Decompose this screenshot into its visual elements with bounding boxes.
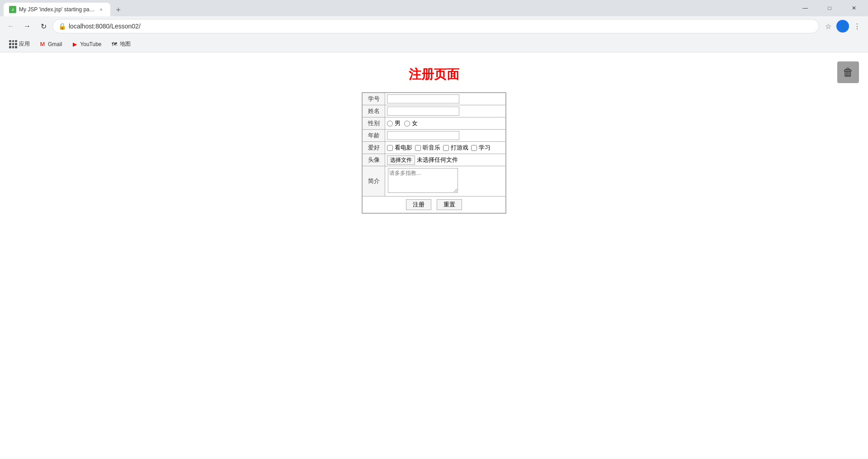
tab-strip: J My JSP 'index.jsp' starting pa… × +	[4, 0, 793, 16]
hobby-label: 爱好	[363, 142, 385, 154]
bio-label: 简介	[363, 166, 385, 197]
maximize-button[interactable]: □	[819, 0, 840, 16]
tab-close-button[interactable]: ×	[98, 6, 105, 13]
gender-row: 性别 男 女	[363, 117, 506, 130]
close-button[interactable]: ✕	[844, 0, 864, 16]
hobby-games-text: 打游戏	[451, 144, 468, 152]
gender-female-label[interactable]: 女	[404, 119, 418, 127]
registration-form: 学号 姓名 性别	[362, 92, 506, 214]
page-content: 注册页面 学号 姓名	[0, 52, 868, 459]
reload-button[interactable]: ↻	[36, 19, 51, 33]
age-input[interactable]	[387, 131, 459, 140]
file-no-select-text: 未选择任何文件	[417, 156, 458, 164]
hobby-music-label[interactable]: 听音乐	[415, 144, 440, 152]
gender-female-text: 女	[412, 119, 418, 127]
gender-male-radio[interactable]	[387, 121, 393, 126]
hobby-checkbox-group: 看电影 听音乐 打游戏	[387, 144, 504, 152]
file-select-button[interactable]: 选择文件	[387, 155, 415, 165]
minimize-button[interactable]: —	[795, 0, 816, 16]
apps-icon	[9, 40, 17, 48]
hobby-movies-label[interactable]: 看电影	[387, 144, 412, 152]
name-input[interactable]	[387, 107, 459, 116]
bio-cell	[385, 166, 506, 197]
gender-female-radio[interactable]	[404, 121, 410, 126]
bookmark-maps-label: 地图	[120, 40, 131, 48]
bio-row: 简介	[363, 166, 506, 197]
side-panel-button[interactable]: 🗑	[837, 61, 859, 83]
student-id-row: 学号	[363, 93, 506, 105]
hobby-study-label[interactable]: 学习	[471, 144, 491, 152]
page-title: 注册页面	[0, 66, 868, 83]
maps-icon: 🗺	[111, 41, 118, 48]
bookmark-apps[interactable]: 应用	[5, 38, 33, 50]
youtube-icon: ▶	[71, 41, 78, 48]
hobby-games-label[interactable]: 打游戏	[443, 144, 468, 152]
hobby-movies-checkbox[interactable]	[387, 145, 393, 151]
gender-label: 性别	[363, 117, 385, 130]
nav-bar: ← → ↻ 🔒 ☆ 👤 ⋮	[0, 16, 868, 36]
gmail-icon: M	[39, 41, 46, 48]
forward-button[interactable]: →	[20, 19, 34, 33]
bookmark-youtube-label: YouTube	[80, 41, 101, 47]
gender-male-label[interactable]: 男	[387, 119, 401, 127]
active-tab[interactable]: J My JSP 'index.jsp' starting pa… ×	[4, 3, 110, 16]
form-table: 学号 姓名 性别	[362, 93, 506, 213]
tab-favicon: J	[9, 6, 16, 13]
gender-male-text: 男	[395, 119, 401, 127]
submit-button[interactable]: 注册	[406, 199, 431, 210]
bookmark-gmail[interactable]: M Gmail	[35, 39, 66, 50]
file-input-area: 选择文件 未选择任何文件	[387, 155, 504, 165]
bookmark-apps-label: 应用	[19, 40, 30, 48]
hobby-study-checkbox[interactable]	[471, 145, 477, 151]
security-icon: 🔒	[58, 23, 66, 30]
new-tab-button[interactable]: +	[112, 4, 125, 16]
reset-button[interactable]: 重置	[437, 199, 462, 210]
hobby-movies-text: 看电影	[395, 144, 412, 152]
address-bar[interactable]: 🔒	[52, 19, 819, 33]
bookmarks-bar: 应用 M Gmail ▶ YouTube 🗺 地图	[0, 36, 868, 52]
bookmark-maps[interactable]: 🗺 地图	[107, 38, 134, 50]
back-button[interactable]: ←	[4, 19, 18, 33]
profile-button[interactable]: 👤	[836, 20, 849, 33]
button-row: 注册 重置	[363, 197, 506, 213]
browser-window: J My JSP 'index.jsp' starting pa… × + — …	[0, 0, 868, 459]
hobby-games-checkbox[interactable]	[443, 145, 449, 151]
tab-title: My JSP 'index.jsp' starting pa…	[19, 6, 95, 13]
hobby-music-text: 听音乐	[423, 144, 440, 152]
bookmark-gmail-label: Gmail	[48, 41, 62, 47]
name-cell	[385, 105, 506, 117]
student-id-label: 学号	[363, 93, 385, 105]
gender-cell: 男 女	[385, 117, 506, 130]
avatar-cell: 选择文件 未选择任何文件	[385, 154, 506, 166]
hobby-study-text: 学习	[479, 144, 491, 152]
bio-textarea[interactable]	[388, 168, 458, 193]
age-cell	[385, 130, 506, 142]
avatar-row: 头像 选择文件 未选择任何文件	[363, 154, 506, 166]
name-row: 姓名	[363, 105, 506, 117]
title-bar: J My JSP 'index.jsp' starting pa… × + — …	[0, 0, 868, 16]
student-id-input[interactable]	[387, 94, 459, 103]
menu-button[interactable]: ⋮	[850, 19, 864, 33]
gender-radio-group: 男 女	[387, 119, 504, 127]
age-label: 年龄	[363, 130, 385, 142]
hobby-cell: 看电影 听音乐 打游戏	[385, 142, 506, 154]
hobby-music-checkbox[interactable]	[415, 145, 421, 151]
side-panel-icon: 🗑	[843, 66, 854, 79]
button-cell: 注册 重置	[363, 197, 506, 213]
hobby-row: 爱好 看电影 听音乐	[363, 142, 506, 154]
toolbar-right: ☆ 👤 ⋮	[821, 19, 864, 33]
age-row: 年龄	[363, 130, 506, 142]
avatar-label: 头像	[363, 154, 385, 166]
bookmark-star-button[interactable]: ☆	[821, 19, 835, 33]
student-id-cell	[385, 93, 506, 105]
bookmark-youtube[interactable]: ▶ YouTube	[67, 39, 105, 50]
name-label: 姓名	[363, 105, 385, 117]
window-controls: — □ ✕	[795, 0, 864, 16]
url-input[interactable]	[69, 23, 813, 30]
